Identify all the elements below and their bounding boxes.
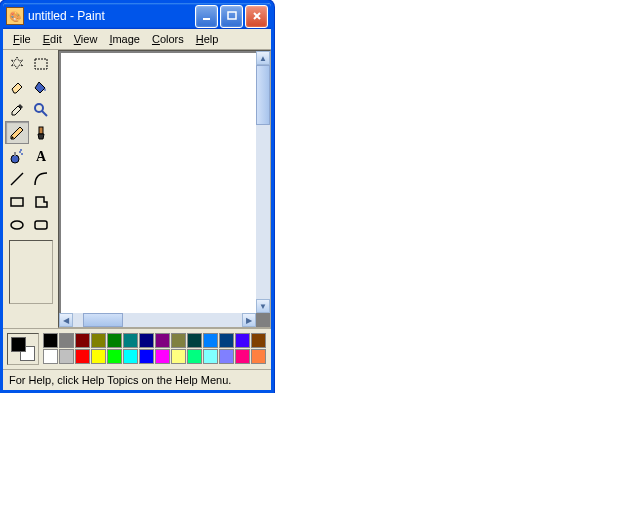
color-swatch-9[interactable]	[187, 333, 202, 348]
svg-rect-13	[35, 221, 47, 229]
text-icon: A	[33, 148, 49, 164]
svg-point-8	[21, 153, 23, 155]
menu-colors[interactable]: Colors	[146, 31, 190, 47]
svg-rect-11	[11, 198, 23, 206]
tool-polygon[interactable]	[29, 190, 53, 213]
toolbox: A	[3, 50, 58, 328]
vertical-scrollbar[interactable]: ▲ ▼	[256, 51, 270, 313]
vertical-scroll-thumb[interactable]	[256, 65, 270, 125]
color-swatch-11[interactable]	[219, 333, 234, 348]
airbrush-icon	[9, 148, 25, 164]
rectangle-icon	[9, 194, 25, 210]
menu-view[interactable]: View	[68, 31, 104, 47]
color-swatch-7[interactable]	[155, 333, 170, 348]
color-swatch-27[interactable]	[251, 349, 266, 364]
color-swatch-24[interactable]	[203, 349, 218, 364]
tool-ellipse[interactable]	[5, 213, 29, 236]
brush-icon	[33, 125, 49, 141]
tool-picker[interactable]	[5, 98, 29, 121]
drawing-canvas[interactable]	[61, 53, 257, 313]
tool-brush[interactable]	[29, 121, 53, 144]
color-swatch-25[interactable]	[219, 349, 234, 364]
scroll-up-button[interactable]: ▲	[256, 51, 270, 65]
polygon-icon	[33, 194, 49, 210]
color-indicator[interactable]	[7, 333, 39, 365]
tool-text[interactable]: A	[29, 144, 53, 167]
tool-rectangle[interactable]	[5, 190, 29, 213]
color-swatch-21[interactable]	[155, 349, 170, 364]
svg-point-3	[35, 104, 43, 112]
color-swatch-0[interactable]	[43, 333, 58, 348]
tool-pencil[interactable]	[5, 121, 29, 144]
color-swatch-18[interactable]	[107, 349, 122, 364]
color-swatch-16[interactable]	[75, 349, 90, 364]
color-palette	[43, 333, 267, 365]
color-swatch-13[interactable]	[251, 333, 266, 348]
color-swatch-2[interactable]	[75, 333, 90, 348]
magnifier-icon	[33, 102, 49, 118]
tool-free-select[interactable]	[5, 52, 29, 75]
svg-point-7	[19, 151, 21, 153]
tool-line[interactable]	[5, 167, 29, 190]
svg-point-9	[20, 149, 22, 151]
menu-file[interactable]: File	[7, 31, 37, 47]
minimize-button[interactable]	[195, 5, 218, 28]
color-swatch-22[interactable]	[171, 349, 186, 364]
horizontal-scrollbar[interactable]: ◀ ▶	[59, 313, 256, 327]
window-buttons	[195, 5, 268, 28]
color-palette-area	[3, 328, 271, 369]
tool-airbrush[interactable]	[5, 144, 29, 167]
scroll-right-button[interactable]: ▶	[242, 313, 256, 327]
color-swatch-14[interactable]	[43, 349, 58, 364]
scroll-down-button[interactable]: ▼	[256, 299, 270, 313]
scroll-left-button[interactable]: ◀	[59, 313, 73, 327]
picker-icon	[9, 102, 25, 118]
horizontal-scroll-thumb[interactable]	[83, 313, 123, 327]
menu-edit[interactable]: Edit	[37, 31, 68, 47]
paint-window: 🎨 untitled - Paint File Edit View Image …	[0, 0, 274, 393]
svg-rect-4	[39, 127, 43, 134]
color-swatch-12[interactable]	[235, 333, 250, 348]
close-button[interactable]	[245, 5, 268, 28]
eraser-icon	[9, 79, 25, 95]
color-swatch-15[interactable]	[59, 349, 74, 364]
app-icon: 🎨	[6, 7, 24, 25]
pencil-icon	[9, 125, 25, 141]
svg-text:A: A	[36, 149, 47, 164]
tool-fill[interactable]	[29, 75, 53, 98]
body-area: A ▲ ▼ ◀ ▶	[3, 50, 271, 328]
canvas-area: ▲ ▼ ◀ ▶	[58, 50, 271, 328]
color-swatch-3[interactable]	[91, 333, 106, 348]
tool-rect-select[interactable]	[29, 52, 53, 75]
color-swatch-20[interactable]	[139, 349, 154, 364]
rect-select-icon	[33, 56, 49, 72]
round-rect-icon	[33, 217, 49, 233]
color-swatch-23[interactable]	[187, 349, 202, 364]
color-swatch-8[interactable]	[171, 333, 186, 348]
menu-image[interactable]: Image	[103, 31, 146, 47]
color-swatch-1[interactable]	[59, 333, 74, 348]
color-swatch-6[interactable]	[139, 333, 154, 348]
menu-bar: File Edit View Image Colors Help	[3, 29, 271, 50]
window-title: untitled - Paint	[28, 9, 195, 23]
foreground-color-swatch[interactable]	[11, 337, 26, 352]
color-swatch-4[interactable]	[107, 333, 122, 348]
svg-point-5	[11, 155, 19, 163]
tool-options[interactable]	[9, 240, 53, 304]
free-select-icon	[9, 56, 25, 72]
color-swatch-5[interactable]	[123, 333, 138, 348]
maximize-button[interactable]	[220, 5, 243, 28]
tool-eraser[interactable]	[5, 75, 29, 98]
svg-rect-0	[203, 18, 210, 20]
color-swatch-10[interactable]	[203, 333, 218, 348]
tool-magnifier[interactable]	[29, 98, 53, 121]
tool-curve[interactable]	[29, 167, 53, 190]
title-bar[interactable]: 🎨 untitled - Paint	[3, 3, 271, 29]
tool-round-rect[interactable]	[29, 213, 53, 236]
status-bar: For Help, click Help Topics on the Help …	[3, 369, 271, 390]
color-swatch-26[interactable]	[235, 349, 250, 364]
color-swatch-17[interactable]	[91, 349, 106, 364]
line-icon	[9, 171, 25, 187]
menu-help[interactable]: Help	[190, 31, 225, 47]
color-swatch-19[interactable]	[123, 349, 138, 364]
